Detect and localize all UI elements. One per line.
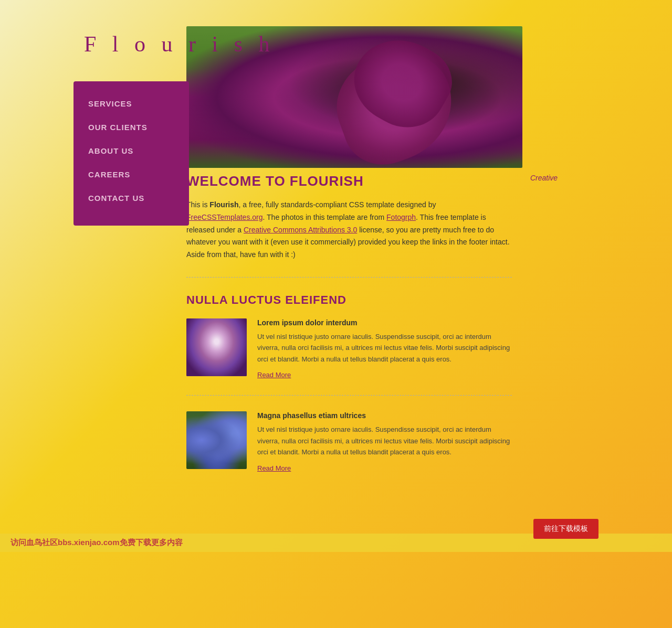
site-title: F l o u r i s h (84, 31, 275, 57)
intro-paragraph: This is Flourish, a free, fully standard… (186, 199, 512, 261)
article-title-2: Magna phasellus etiam ultrices (257, 411, 512, 420)
divider-1 (186, 277, 512, 278)
fotogrph-link[interactable]: Fotogrph (386, 213, 416, 221)
article-item-1: Lorem ipsum dolor interdum Ut vel nisl t… (186, 318, 512, 379)
sidebar-nav: SERVICES OUR CLIENTS ABOUT US CAREERS CO… (74, 81, 189, 226)
read-more-2[interactable]: Read More (257, 464, 291, 472)
sidebar-right: Creative (530, 173, 646, 183)
cc-license-link[interactable]: Creative Commons Attributions 3.0 (244, 226, 357, 234)
section-heading: NULLA LUCTUS ELEIFEND (186, 293, 512, 307)
page-wrapper: F l o u r i s h SERVICES OUR CLIENTS ABO… (0, 0, 672, 628)
sidebar-item-contact-us[interactable]: CONTACT US (74, 186, 189, 210)
article-title-1: Lorem ipsum dolor interdum (257, 318, 512, 327)
article-content-2: Magna phasellus etiam ultrices Ut vel ni… (257, 411, 512, 472)
sidebar-item-services[interactable]: SERVICES (74, 92, 189, 115)
sidebar-item-about-us[interactable]: ABOUT US (74, 139, 189, 163)
welcome-heading: WELCOME TO FLOURISH (186, 173, 512, 189)
article-image-purple-flowers (186, 411, 247, 469)
article-item-2: Magna phasellus etiam ultrices Ut vel ni… (186, 411, 512, 472)
main-content: WELCOME TO FLOURISH This is Flourish, a … (186, 173, 512, 488)
brand-name: Flourish (209, 200, 238, 209)
read-more-1[interactable]: Read More (257, 371, 291, 379)
article-image-thistle (186, 318, 247, 376)
creative-label: Creative (530, 174, 558, 182)
sidebar-item-our-clients[interactable]: OUR CLIENTS (74, 115, 189, 139)
bottom-banner-text: 访问血鸟社区bbs.xienjao.com免费下载更多内容 (10, 538, 183, 547)
article-body-2: Ut vel nisl tristique justo ornare iacul… (257, 424, 512, 457)
article-body-1: Ut vel nisl tristique justo ornare iacul… (257, 331, 512, 365)
sidebar-item-careers[interactable]: CAREERS (74, 163, 189, 186)
freecss-link[interactable]: FreeCSSTemplates.org (186, 213, 263, 221)
article-content-1: Lorem ipsum dolor interdum Ut vel nisl t… (257, 318, 512, 379)
divider-2 (186, 395, 512, 396)
download-button[interactable]: 前往下载模板 (533, 519, 598, 539)
